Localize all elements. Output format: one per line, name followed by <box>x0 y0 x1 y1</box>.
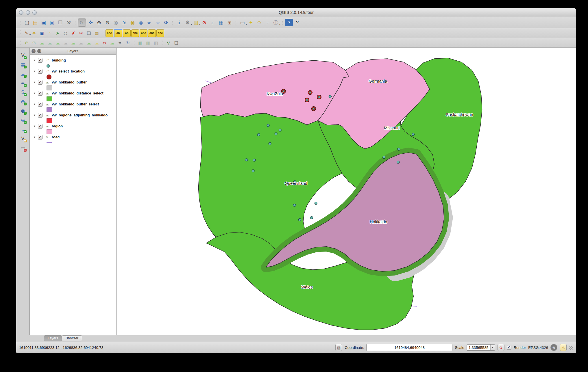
new-print-composer-icon[interactable]: ❒ <box>56 19 64 26</box>
layer-expand-icon[interactable]: ▼ <box>33 81 36 84</box>
attributes-toolbar-handle[interactable] <box>171 20 174 25</box>
stop-render-icon[interactable]: ⊘ <box>498 344 504 351</box>
redo-icon[interactable]: ↷ <box>31 39 38 46</box>
layer-item-vw_regions_adjoining_hokkaido[interactable]: ▼✓☁vw_regions_adjoining_hokkaido <box>30 112 116 118</box>
title-bar[interactable]: QGIS 2.0.1-Dufour <box>16 8 576 17</box>
undo-icon[interactable]: ↶ <box>23 39 30 46</box>
add-part-icon[interactable]: ☁ <box>54 39 61 46</box>
add-vector-plus-icon[interactable]: V <box>165 39 172 46</box>
layer-visibility-checkbox[interactable]: ✓ <box>38 80 42 85</box>
zoom-last-icon[interactable]: ↞ <box>145 19 153 26</box>
layer-expand-icon[interactable]: ▼ <box>33 114 36 117</box>
save-project-icon[interactable]: ▣ <box>40 19 47 26</box>
map-svg[interactable]: KwaZuluGermaniaSaskatchewanMissouriQueen… <box>117 48 576 335</box>
layer-visibility-checkbox[interactable]: ✓ <box>38 135 42 140</box>
text-annotation-icon[interactable]: Ⓣ▼ <box>272 19 280 26</box>
map-canvas[interactable]: KwaZuluGermaniaSaskatchewanMissouriQueen… <box>116 48 576 335</box>
add-mssql-layer-icon[interactable]: S+ <box>19 89 27 96</box>
layer-name[interactable]: region <box>52 124 63 128</box>
dock-tab-layers[interactable]: Layers <box>44 335 62 341</box>
layer-item-region[interactable]: ▼✓☁region <box>30 123 116 129</box>
add-feature-icon[interactable]: ∴ <box>46 30 53 37</box>
label-show-hide-icon[interactable]: abc <box>131 29 139 37</box>
add-page-plus-icon[interactable]: ❏ <box>173 39 180 46</box>
layer-name[interactable]: vw_hokkaido_buffer <box>52 80 87 84</box>
layer-visibility-checkbox[interactable]: ✓ <box>38 113 42 118</box>
run-feature-action-icon[interactable]: ⚙▼ <box>184 19 191 26</box>
add-vector-layer-icon[interactable]: V+ <box>19 52 27 59</box>
layer-visibility-checkbox[interactable]: ✓ <box>38 124 42 129</box>
open-attribute-table-icon[interactable]: ▦ <box>217 19 225 26</box>
help-contents-icon[interactable]: ? <box>285 19 293 26</box>
merge-features-icon[interactable]: ☁ <box>109 39 116 46</box>
simplify-feature-icon[interactable]: ☁ <box>38 39 46 46</box>
extent-toggle-icon[interactable]: ▧ <box>335 344 342 351</box>
layer-item-road[interactable]: ▼✓Vroad <box>30 134 116 140</box>
layer-visibility-checkbox[interactable]: ✓ <box>38 69 42 74</box>
label-pin-icon[interactable]: ab <box>123 29 131 37</box>
add-wms-layer-icon[interactable]: ⊛+ <box>19 98 27 105</box>
layer-visibility-checkbox[interactable]: ✓ <box>38 91 42 96</box>
label-rotate-icon[interactable]: abc <box>148 29 156 37</box>
delete-ring-icon[interactable]: ☁ <box>70 39 77 46</box>
new-shapefile-layer-icon[interactable]: V✱ <box>19 135 27 142</box>
pan-map-icon[interactable]: ☞ <box>78 18 86 27</box>
select-features-icon[interactable]: ▨▼ <box>192 19 200 26</box>
labels-toolbar-handle[interactable] <box>102 30 104 36</box>
digitizing-toolbar-handle[interactable] <box>19 30 21 36</box>
layer-visibility-checkbox[interactable]: ✓ <box>38 58 42 63</box>
map-tips-icon[interactable]: ✦ <box>247 19 255 26</box>
layer-name[interactable]: vw_select_location <box>52 69 85 73</box>
layer-item-vw_select_location[interactable]: ▼✓∘°vw_select_location <box>30 68 116 74</box>
help-toolbar-handle[interactable] <box>281 20 284 25</box>
measure-annotations-toolbar-handle[interactable] <box>235 20 237 25</box>
layer-item-vw_hokkaido_distance_select[interactable]: ▼✓☁vw_hokkaido_distance_select <box>30 90 116 96</box>
coordinate-input[interactable] <box>366 344 452 351</box>
save-layer-edits-icon[interactable]: ▣ <box>38 30 46 37</box>
field-calculator-icon[interactable]: ⊞ <box>225 19 233 26</box>
remove-attributes-icon[interactable]: ▥ <box>152 39 160 46</box>
layer-expand-icon[interactable]: ▼ <box>33 59 36 62</box>
attribute-actions-toolbar-handle[interactable] <box>133 40 135 46</box>
layer-name[interactable]: vw_hokkaido_buffer_select <box>52 102 99 106</box>
move-feature-icon[interactable]: ➤ <box>54 30 61 37</box>
layer-item-vw_hokkaido_buffer[interactable]: ▼✓☁vw_hokkaido_buffer <box>30 79 116 85</box>
zoom-next-icon[interactable]: ↠ <box>154 19 162 26</box>
label-move-icon[interactable]: abc <box>140 29 147 37</box>
rotate-feature-icon[interactable]: ↻ <box>124 39 132 46</box>
fill-ring-icon[interactable]: ☁ <box>62 39 69 46</box>
copy-attributes-new-icon[interactable]: ▥ <box>145 39 152 46</box>
zoom-to-layer-icon[interactable]: ◎ <box>137 19 145 26</box>
zoom-full-icon[interactable]: ⇲ <box>120 19 128 26</box>
copy-features-icon[interactable]: ❏ <box>85 30 93 37</box>
delete-part-icon[interactable]: ☁ <box>77 39 85 46</box>
layer-visibility-checkbox[interactable]: ✓ <box>38 102 42 107</box>
add-raster-layer-icon[interactable]: ▦+ <box>19 61 27 68</box>
zoom-actual-size-icon[interactable]: ◎ <box>112 19 120 26</box>
add-ring-icon[interactable]: ☁ <box>46 39 53 46</box>
layer-name[interactable]: vw_regions_adjoining_hokkaido <box>52 113 108 117</box>
labeling-icon[interactable]: abc <box>106 29 113 37</box>
measure-line-icon[interactable]: ▭▼ <box>238 19 246 26</box>
file-toolbar-handle[interactable] <box>19 20 21 25</box>
dropdown-arrow-icon[interactable]: ▼ <box>279 23 281 26</box>
select-by-expression-icon[interactable]: ε <box>209 19 217 26</box>
layer-expand-icon[interactable]: ▼ <box>33 103 36 106</box>
delete-selected-icon[interactable]: ✗ <box>70 30 77 37</box>
label-pin-select-icon[interactable]: ab <box>114 29 122 37</box>
offset-curve-icon[interactable]: ☁ <box>93 39 100 46</box>
whats-this-icon[interactable]: ? <box>293 19 301 26</box>
layer-expand-icon[interactable]: ▼ <box>33 92 36 95</box>
save-project-as-icon[interactable]: ▣ <box>48 19 56 26</box>
add-spatialite-layer-icon[interactable]: ✒+ <box>19 79 27 87</box>
crs-status-icon[interactable]: ⊕ <box>550 344 557 351</box>
map-navigation-toolbar-handle[interactable] <box>74 20 76 25</box>
window-resize-grip[interactable] <box>569 346 573 350</box>
composer-manager-icon[interactable]: ⚒ <box>65 19 73 26</box>
refresh-map-icon[interactable]: ⟳ <box>162 19 170 26</box>
identify-features-icon[interactable]: ℹ <box>175 19 183 26</box>
layer-name[interactable]: building <box>52 58 66 62</box>
toggle-editing-icon[interactable]: ✏ <box>31 30 38 37</box>
layer-expand-icon[interactable]: ▼ <box>33 70 36 73</box>
deselect-features-icon[interactable]: ⊘ <box>200 19 208 26</box>
